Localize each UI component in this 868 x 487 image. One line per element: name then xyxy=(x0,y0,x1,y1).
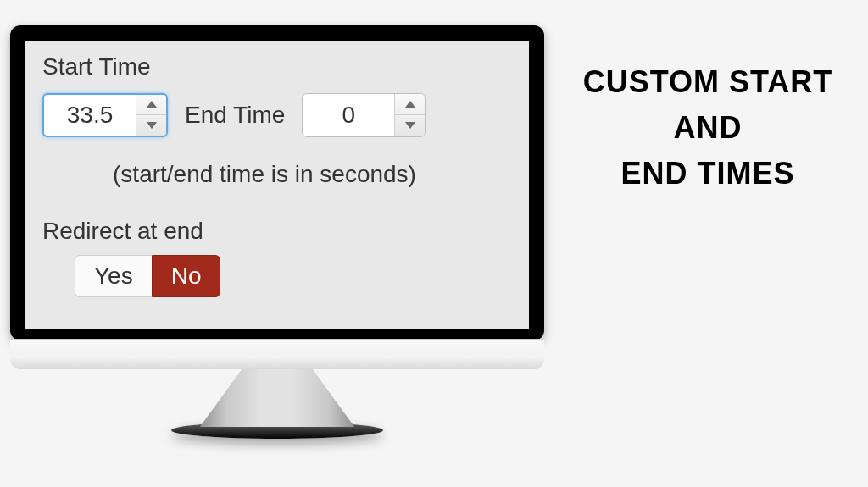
end-time-up-button[interactable] xyxy=(395,94,425,115)
headline-text: Custom Start and End Times xyxy=(564,59,852,196)
end-time-label: End Time xyxy=(185,101,285,130)
redirect-no-button[interactable]: No xyxy=(152,255,221,297)
time-help-note: (start/end time is in seconds) xyxy=(42,161,520,188)
end-time-down-button[interactable] xyxy=(395,114,425,136)
redirect-toggle: Yes No xyxy=(75,255,520,297)
redirect-yes-button[interactable]: Yes xyxy=(75,255,152,297)
headline-line-2: End Times xyxy=(564,151,852,196)
time-inputs-row: End Time xyxy=(42,93,520,137)
screen-content: Start Time End Time xyxy=(25,41,529,329)
monitor-bezel: Start Time End Time xyxy=(10,25,544,340)
end-time-input[interactable] xyxy=(303,94,394,136)
chevron-down-icon xyxy=(405,122,415,129)
start-time-stepper xyxy=(136,95,166,136)
end-time-stepper xyxy=(394,94,425,136)
start-time-spinbox[interactable] xyxy=(42,93,168,137)
headline-line-1: Custom Start and xyxy=(564,59,852,151)
chevron-up-icon xyxy=(405,101,415,108)
start-time-down-button[interactable] xyxy=(136,114,166,136)
end-time-spinbox[interactable] xyxy=(302,93,426,137)
chevron-down-icon xyxy=(147,122,157,129)
start-time-input[interactable] xyxy=(44,95,136,136)
redirect-label: Redirect at end xyxy=(42,217,520,246)
monitor-frame: Start Time End Time xyxy=(10,25,544,439)
monitor-chin xyxy=(10,339,544,369)
start-time-label: Start Time xyxy=(42,53,520,81)
start-time-up-button[interactable] xyxy=(136,95,166,115)
monitor-stand xyxy=(197,369,358,427)
chevron-up-icon xyxy=(147,101,157,108)
